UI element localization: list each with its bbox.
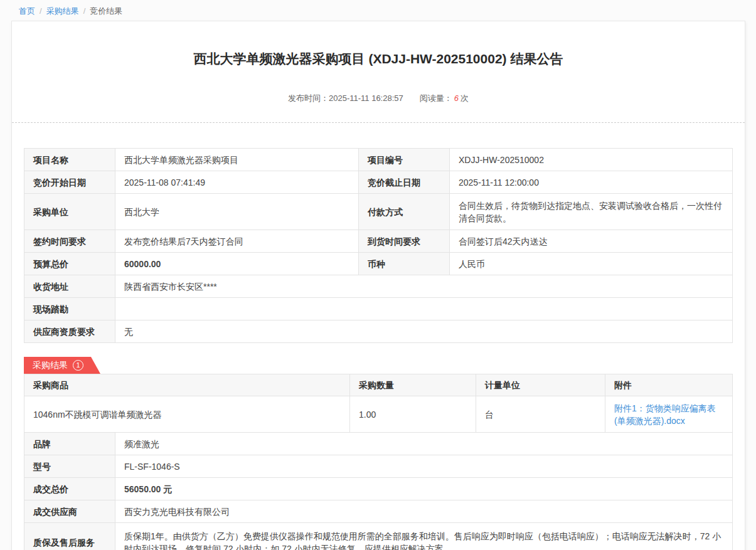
tab-count-badge: 1 [73, 360, 83, 371]
field-value: 陕西省西安市长安区**** [115, 275, 733, 298]
field-value: 质保期1年。由供货方（乙方）免费提供仪器操作和规范使用所需的全部服务和培训。售后… [115, 523, 733, 550]
table-row-model: 型号 FL-SF-1046-S [24, 455, 733, 478]
table-row-project-name: 项目名称 西北大学单频激光器采购项目 项目编号 XDJJ-HW-20251000… [24, 149, 733, 171]
field-value: 频准激光 [115, 433, 733, 455]
breadcrumb-separator: / [83, 6, 86, 16]
award-total-price: 56050.00 元 [115, 478, 733, 500]
table-row-purchaser-payment: 采购单位 西北大学 付款方式 合同生效后，待货物到达指定地点、安装调试验收合格后… [24, 194, 733, 230]
attachment-link[interactable]: 附件1：货物类响应偏离表(单频激光器).docx [614, 403, 716, 426]
page-title: 西北大学单频激光器采购项目 (XDJJ-HW-202510002) 结果公告 [24, 21, 733, 68]
field-value: 西北大学单频激光器采购项目 [115, 149, 359, 171]
table-row-budget-currency: 预算总价 60000.00 币种 人民币 [24, 253, 733, 275]
field-value: 合同签订后42天内送达 [450, 230, 733, 253]
field-label: 预算总价 [24, 253, 115, 275]
views-count: 6 [454, 93, 459, 103]
field-label: 质保及售后服务 [24, 523, 115, 550]
column-header-unit: 计量单位 [476, 374, 605, 396]
result-table-header-row: 采购商品 采购数量 计量单位 附件 [24, 374, 733, 396]
divider [12, 122, 745, 123]
breadcrumb-home-link[interactable]: 首页 [19, 6, 35, 16]
field-label: 付款方式 [359, 194, 450, 230]
field-value: 西安力克光电科技有限公司 [115, 500, 733, 523]
publish-time-label: 发布时间： [288, 93, 329, 103]
column-header-quantity: 采购数量 [350, 374, 476, 396]
field-label: 竞价截止日期 [359, 171, 450, 194]
field-value: 西北大学 [115, 194, 359, 230]
breadcrumb: 首页/采购结果/竞价结果 [0, 0, 756, 21]
field-label: 项目编号 [359, 149, 450, 171]
field-label: 现场踏勘 [24, 298, 115, 320]
field-label: 成交总价 [24, 478, 115, 500]
table-row-award-supplier: 成交供应商 西安力克光电科技有限公司 [24, 500, 733, 523]
field-label: 竞价开始日期 [24, 171, 115, 194]
views-label: 阅读量： [420, 93, 452, 103]
field-value: 发布竞价结果后7天内签订合同 [115, 230, 359, 253]
field-value: FL-SF-1046-S [115, 455, 733, 478]
field-label: 品牌 [24, 433, 115, 455]
field-label: 供应商资质要求 [24, 320, 115, 343]
table-row-delivery-address: 收货地址 陕西省西安市长安区**** [24, 275, 733, 298]
breadcrumb-separator: / [40, 6, 42, 16]
field-label: 成交供应商 [24, 500, 115, 523]
field-label: 币种 [359, 253, 450, 275]
table-row-supplier-qualification: 供应商资质要求 无 [24, 320, 733, 343]
breadcrumb-procurement-results-link[interactable]: 采购结果 [46, 6, 79, 16]
table-row-bid-dates: 竞价开始日期 2025-11-08 07:41:49 竞价截止日期 2025-1… [24, 171, 733, 194]
field-value: 2025-11-08 07:41:49 [115, 171, 359, 194]
table-row-brand: 品牌 频准激光 [24, 433, 733, 455]
table-row-warranty-service: 质保及售后服务 质保期1年。由供货方（乙方）免费提供仪器操作和规范使用所需的全部… [24, 523, 733, 550]
views-unit: 次 [461, 93, 469, 103]
field-label: 收货地址 [24, 275, 115, 298]
field-label: 项目名称 [24, 149, 115, 171]
field-label: 到货时间要求 [359, 230, 450, 253]
project-info-table: 项目名称 西北大学单频激光器采购项目 项目编号 XDJJ-HW-20251000… [24, 148, 733, 343]
product-unit: 台 [476, 396, 605, 433]
procurement-result-table: 采购商品 采购数量 计量单位 附件 1046nm不跳模可调谐单频激光器 1.00… [24, 374, 733, 433]
field-value: 人民币 [450, 253, 733, 275]
tab-label: 采购结果 [33, 360, 68, 371]
tab-procurement-result[interactable]: 采购结果 1 [24, 357, 100, 374]
field-value [115, 298, 733, 320]
announcement-meta: 发布时间：2025-11-11 16:28:57阅读量：6次 [24, 93, 733, 104]
product-quantity: 1.00 [350, 396, 476, 433]
product-name: 1046nm不跳模可调谐单频激光器 [24, 396, 350, 433]
budget-total-price: 60000.00 [115, 253, 359, 275]
table-row-signing-delivery: 签约时间要求 发布竞价结果后7天内签订合同 到货时间要求 合同签订后42天内送达 [24, 230, 733, 253]
field-value: XDJJ-HW-202510002 [450, 149, 733, 171]
table-row-award-price: 成交总价 56050.00 元 [24, 478, 733, 500]
breadcrumb-current: 竞价结果 [90, 6, 122, 16]
field-label: 型号 [24, 455, 115, 478]
publish-time-value: 2025-11-11 16:28:57 [329, 93, 403, 103]
field-value: 合同生效后，待货物到达指定地点、安装调试验收合格后，一次性付清合同货款。 [450, 194, 733, 230]
award-detail-table: 品牌 频准激光 型号 FL-SF-1046-S 成交总价 56050.00 元 … [24, 432, 733, 550]
result-product-row: 1046nm不跳模可调谐单频激光器 1.00 台 附件1：货物类响应偏离表(单频… [24, 396, 733, 433]
table-row-site-survey: 现场踏勘 [24, 298, 733, 320]
column-header-attachment: 附件 [605, 374, 733, 396]
field-label: 签约时间要求 [24, 230, 115, 253]
field-value: 无 [115, 320, 733, 343]
field-label: 采购单位 [24, 194, 115, 230]
field-value: 2025-11-11 12:00:00 [450, 171, 733, 194]
announcement-card: 西北大学单频激光器采购项目 (XDJJ-HW-202510002) 结果公告 发… [11, 21, 745, 550]
column-header-product: 采购商品 [24, 374, 350, 396]
